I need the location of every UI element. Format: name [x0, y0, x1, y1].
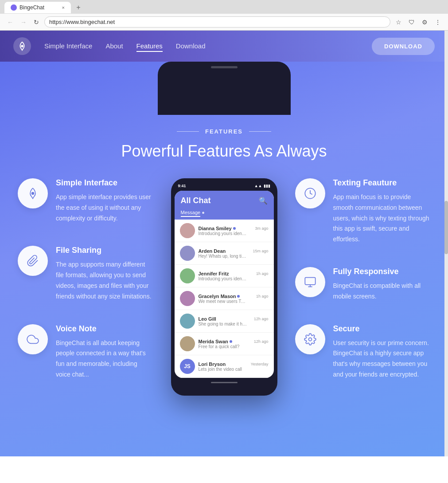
features-section: FEATURES Powerful Features As Always: [0, 115, 448, 413]
features-title: Powerful Features As Always: [18, 142, 430, 161]
scrollbar-thumb[interactable]: [444, 201, 448, 254]
bookmark-button[interactable]: ☆: [394, 18, 403, 27]
chat-time-6: Yesterday: [251, 362, 269, 366]
feature-desc-voice: BingeChat is all about keeping people co…: [56, 338, 153, 380]
rocket-icon: [27, 187, 39, 200]
chat-info-1: Arden Dean 15m ago Hey! Whats up, long t…: [199, 248, 269, 259]
feature-file-sharing: File Sharing The app supports many diffe…: [18, 246, 153, 302]
chat-avatar-1: [180, 246, 195, 261]
feature-text-simple-interface: Simple Interface App simple interface pr…: [56, 178, 153, 224]
feature-icon-circle-rocket: [18, 178, 48, 208]
nav-home[interactable]: Simple Interface: [44, 42, 92, 50]
back-button[interactable]: ←: [5, 18, 15, 27]
feature-icon-circle-clock: [295, 178, 325, 208]
new-tab-button[interactable]: +: [73, 2, 84, 13]
chat-msg-0: Introducing yours identity: [199, 231, 247, 236]
chat-avatar-6: JS: [180, 359, 195, 374]
chat-name-6: Lori Bryson: [199, 361, 226, 367]
phone-tab-message[interactable]: Message: [181, 210, 201, 217]
extensions-button[interactable]: ⚙: [420, 18, 429, 27]
chat-avatar-4: [180, 314, 195, 329]
tab-favicon: [11, 4, 17, 11]
chat-name-row-5: Merida Swan 12h ago: [199, 339, 269, 344]
chat-time-4: 12h ago: [254, 317, 269, 321]
tab-title: BingeChat: [19, 4, 44, 11]
feature-responsive: Fully Responsive BingeChat is compatible…: [295, 267, 431, 302]
chat-avatar-3: [180, 291, 195, 306]
chat-msg-1: Hey! Whats up, long time no see?: [199, 254, 247, 259]
chat-info-4: Leo Gill 12h ago She going to make it ha…: [199, 316, 269, 326]
phone-time: 9:41: [178, 184, 186, 188]
address-input[interactable]: [44, 16, 390, 27]
chat-name-1: Arden Dean: [199, 248, 226, 254]
feature-icon-circle-monitor: [295, 267, 325, 297]
chat-time-5: 12h ago: [254, 339, 269, 344]
site-content: Simple Interface About Features Download…: [0, 31, 448, 456]
feature-text-voice-note: Voice Note BingeChat is all about keepin…: [56, 324, 153, 380]
chat-item[interactable]: Arden Dean 15m ago Hey! Whats up, long t…: [175, 242, 274, 265]
tab-close-button[interactable]: ×: [62, 5, 65, 10]
features-left: Simple Interface App simple interface pr…: [18, 178, 153, 380]
chat-item[interactable]: Dianna Smiley 3m ago Introducing yours i…: [175, 220, 274, 242]
shield-button[interactable]: 🛡: [407, 18, 417, 27]
feature-title-texting: Texting Feauture: [333, 178, 431, 188]
browser-chrome: BingeChat × + ← → ↻ ☆ 🛡 ⚙ ⋮: [0, 0, 448, 31]
svg-rect-3: [305, 277, 315, 284]
features-section-label: FEATURES: [205, 128, 243, 135]
wifi-icon: ▲▲: [254, 184, 262, 188]
chat-name-2: Jennifer Fritz: [199, 271, 229, 276]
phone-search-icon[interactable]: 🔍: [259, 196, 268, 205]
chat-info-5: Merida Swan 12h ago Free for a quick cal…: [199, 339, 269, 349]
chat-item[interactable]: Gracelyn Mason 1h ago We meet new users …: [175, 287, 274, 310]
nav-download-button[interactable]: DOWNLOAD: [372, 38, 435, 55]
feature-icon-circle-paperclip: [18, 246, 48, 276]
battery-icon: ▮▮▮: [264, 184, 270, 188]
forward-button[interactable]: →: [19, 18, 28, 27]
paperclip-icon: [27, 255, 39, 267]
chat-info-0: Dianna Smiley 3m ago Introducing yours i…: [199, 226, 269, 236]
phone-bottom-bar: [175, 378, 274, 387]
chat-msg-4: She going to make it happen..: [199, 322, 247, 326]
feature-text-secure: Secure User security is our prime concer…: [333, 324, 431, 380]
cloud-icon: [27, 333, 39, 346]
chat-info-6: Lori Bryson Yesterday Lets join the vide…: [199, 361, 269, 372]
chat-name-row-2: Jennifer Fritz 1h ago: [199, 271, 269, 276]
menu-button[interactable]: ⋮: [433, 18, 443, 27]
chat-item[interactable]: Jennifer Fritz 1h ago Introducing yours …: [175, 265, 274, 287]
refresh-button[interactable]: ↻: [32, 18, 41, 27]
feature-simple-interface: Simple Interface App simple interface pr…: [18, 178, 153, 224]
svg-point-0: [21, 45, 23, 47]
feature-icon-circle-gear: [295, 324, 325, 354]
svg-point-1: [32, 192, 34, 195]
nav-features[interactable]: Features: [136, 42, 163, 52]
hero-phone-top: [158, 62, 291, 115]
feature-desc-texting: App main focus is to provide smooth comm…: [333, 192, 431, 245]
phone-tab-bar: Message ●: [175, 210, 274, 220]
feature-title-file: File Sharing: [56, 246, 153, 255]
chat-time-0: 3m ago: [255, 226, 268, 231]
feature-text-texting: Texting Feauture App main focus is to pr…: [333, 178, 431, 245]
feature-secure: Secure User security is our prime concer…: [295, 324, 431, 380]
phone-notch-bar: 9:41 ▲▲ ▮▮▮: [175, 184, 274, 191]
chat-msg-5: Free for a quick call?: [199, 344, 247, 349]
scrollbar-track: [444, 31, 448, 456]
chat-item[interactable]: Leo Gill 12h ago She going to make it ha…: [175, 310, 274, 333]
chat-time-2: 1h ago: [256, 271, 269, 276]
feature-title-responsive: Fully Responsive: [333, 267, 431, 276]
feature-texting: Texting Feauture App main focus is to pr…: [295, 178, 431, 245]
nav-download[interactable]: Download: [176, 42, 206, 50]
nav-about[interactable]: About: [105, 42, 123, 50]
phone-mockup: 9:41 ▲▲ ▮▮▮ All Chat 🔍 Message ●: [171, 178, 277, 396]
feature-text-file-sharing: File Sharing The app supports many diffe…: [56, 246, 153, 302]
label-line-right: [249, 131, 271, 132]
clock-icon: [304, 187, 316, 200]
chat-item[interactable]: Merida Swan 12h ago Free for a quick cal…: [175, 333, 274, 355]
chat-name-row-6: Lori Bryson Yesterday: [199, 361, 269, 367]
feature-voice-note: Voice Note BingeChat is all about keepin…: [18, 324, 153, 380]
svg-point-6: [308, 338, 312, 341]
chat-time-1: 15m ago: [253, 249, 268, 253]
active-tab[interactable]: BingeChat ×: [4, 2, 71, 13]
chat-item[interactable]: JS Lori Bryson Yesterday L: [175, 355, 274, 378]
chat-list: Dianna Smiley 3m ago Introducing yours i…: [175, 220, 274, 378]
chat-msg-2: Introducing yours identity: [199, 276, 247, 281]
